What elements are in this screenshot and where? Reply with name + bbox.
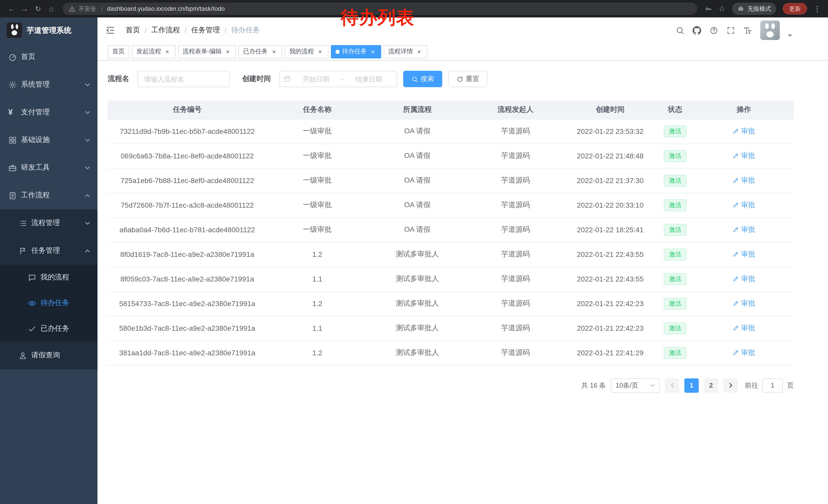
date-range-picker[interactable]: - <box>279 71 397 87</box>
tab-start-process[interactable]: 发起流程× <box>132 45 175 58</box>
cell-process: 测试多审批人 <box>368 316 467 340</box>
status-badge: 激活 <box>664 199 687 211</box>
close-icon[interactable]: × <box>317 48 324 55</box>
home-icon[interactable]: ⌂ <box>45 3 57 15</box>
github-icon[interactable] <box>693 26 701 35</box>
approve-link[interactable]: 审批 <box>733 176 755 185</box>
tab-my-process[interactable]: 我的流程× <box>285 45 328 58</box>
calendar-icon <box>284 75 291 83</box>
sidebar-item-leave-query[interactable]: 请假查询 <box>0 341 97 369</box>
approve-link[interactable]: 审批 <box>733 299 755 308</box>
close-icon[interactable]: × <box>369 48 377 55</box>
next-page-button[interactable] <box>723 378 738 393</box>
sidebar-item-home[interactable]: 首页 <box>0 43 97 71</box>
cell-process: OA 请假 <box>368 168 467 193</box>
chrome-toolbar: ☆ 无痕模式 更新 ⋮ <box>702 3 823 15</box>
sidebar-item-done-tasks[interactable]: 已办任务 <box>0 316 97 341</box>
end-date-input[interactable] <box>345 75 392 83</box>
start-date-input[interactable] <box>292 75 340 83</box>
breadcrumb-workflow[interactable]: 工作流程 <box>151 26 180 35</box>
status-badge: 激活 <box>664 175 687 186</box>
tab-process-detail[interactable]: 流程详情× <box>384 45 427 58</box>
incognito-icon <box>737 5 744 12</box>
back-icon[interactable]: ← <box>5 3 17 15</box>
tab-todo-tasks[interactable]: 待办任务× <box>331 45 381 58</box>
tab-done-tasks[interactable]: 已办任务× <box>239 45 282 58</box>
chevron-left-icon <box>669 382 675 388</box>
approve-link[interactable]: 审批 <box>733 200 755 210</box>
help-icon[interactable] <box>709 26 718 35</box>
incognito-label: 无痕模式 <box>747 5 771 12</box>
table-row: a6aba0a4-7b6d-11ec-b781-acde48001122 一级审… <box>108 217 794 242</box>
cell-task-name: 一级审批 <box>267 119 368 144</box>
process-name-label: 流程名 <box>108 74 129 84</box>
logo-avatar-image <box>7 22 22 38</box>
cell-task-name: 一级审批 <box>267 144 368 168</box>
user-avatar[interactable] <box>760 20 780 40</box>
approve-link[interactable]: 审批 <box>733 127 755 136</box>
sidebar-item-workflow[interactable]: 工作流程 <box>0 182 97 209</box>
sidebar-item-dev-tools[interactable]: 研发工具 <box>0 154 97 182</box>
approve-link[interactable]: 审批 <box>733 225 755 234</box>
table-row: 8f0d1619-7ac8-11ec-a9e2-a2380e71991a 1.2… <box>108 242 794 267</box>
approve-link[interactable]: 审批 <box>733 324 755 333</box>
update-button[interactable]: 更新 <box>783 3 807 14</box>
sidebar-item-infrastructure[interactable]: 基础设施 <box>0 126 97 154</box>
cell-task-name: 1.1 <box>267 267 368 291</box>
search-icon[interactable] <box>676 26 685 35</box>
cell-process: OA 请假 <box>368 193 467 217</box>
app-logo[interactable]: 芋道管理系统 <box>0 17 97 43</box>
page-number-1[interactable]: 1 <box>685 378 699 393</box>
bookmark-star-icon[interactable]: ☆ <box>718 4 726 13</box>
sidebar-item-my-process[interactable]: 我的流程 <box>0 265 97 290</box>
jump-label: 前往 <box>745 381 758 390</box>
tab-home[interactable]: 首页 <box>108 45 129 58</box>
approve-link[interactable]: 审批 <box>733 274 755 283</box>
sidebar: 芋道管理系统 首页 系统管理 ¥ 支付管理 <box>0 17 97 504</box>
approve-link[interactable]: 审批 <box>733 151 755 161</box>
approve-link[interactable]: 审批 <box>733 250 755 259</box>
close-icon[interactable]: × <box>416 48 423 55</box>
browser-menu-icon[interactable]: ⋮ <box>814 5 821 13</box>
flag-icon <box>18 246 31 255</box>
process-name-input[interactable] <box>137 71 230 87</box>
reset-button[interactable]: 重置 <box>448 71 487 87</box>
prev-page-button[interactable] <box>665 378 679 393</box>
tab-process-form-edit[interactable]: 流程表单-编辑× <box>178 45 236 58</box>
breadcrumb-task-mgmt[interactable]: 任务管理 <box>191 26 220 35</box>
sidebar-item-process-mgmt[interactable]: 流程管理 <box>0 209 97 237</box>
close-icon[interactable]: × <box>224 48 232 55</box>
breadcrumb-home[interactable]: 首页 <box>126 26 140 35</box>
refresh-icon[interactable]: ↻ <box>32 3 44 15</box>
cell-task-id: 73211d9d-7b9b-11ec-b5b7-acde48001122 <box>108 119 267 144</box>
close-icon[interactable]: × <box>271 48 278 55</box>
fullscreen-icon[interactable] <box>727 26 735 35</box>
approve-link[interactable]: 审批 <box>733 348 755 357</box>
pencil-icon <box>733 251 739 258</box>
chevron-down-icon <box>85 109 90 115</box>
close-icon[interactable]: × <box>164 48 171 55</box>
address-divider <box>101 6 102 12</box>
password-key-icon[interactable] <box>704 5 712 12</box>
chevron-down-icon <box>85 220 90 226</box>
sidebar-item-task-mgmt[interactable]: 任务管理 <box>0 237 97 265</box>
table-row: 069c6a63-7b8a-11ec-8ef0-acde48001122 一级审… <box>108 144 794 168</box>
sidebar-collapse-icon[interactable] <box>105 25 115 35</box>
pencil-icon <box>733 128 739 135</box>
jump-page-input[interactable] <box>762 378 783 393</box>
page-size-select[interactable]: 10条/页 <box>611 378 660 393</box>
sidebar-item-todo-tasks[interactable]: 待办任务 <box>0 290 97 316</box>
sidebar-item-payment-mgmt[interactable]: ¥ 支付管理 <box>0 98 97 126</box>
forward-icon[interactable]: → <box>18 3 31 15</box>
app-frame: 芋道管理系统 首页 系统管理 ¥ 支付管理 <box>0 17 828 504</box>
table-header-row: 任务编号 任务名称 所属流程 流程发起人 创建时间 状态 操作 <box>108 100 794 119</box>
check-icon <box>28 324 41 333</box>
table-row: 58154733-7ac8-11ec-a9e2-a2380e71991a 1.2… <box>108 291 794 316</box>
avatar-caret-icon[interactable] <box>788 34 792 37</box>
sidebar-item-system-mgmt[interactable]: 系统管理 <box>0 71 97 98</box>
status-badge: 激活 <box>664 347 687 359</box>
font-size-icon[interactable] <box>743 26 752 35</box>
address-bar[interactable]: 不安全 dashboard.yudao.iocoder.cn/bpm/task/… <box>63 3 697 15</box>
page-number-2[interactable]: 2 <box>704 378 718 393</box>
search-button[interactable]: 搜索 <box>403 71 442 87</box>
